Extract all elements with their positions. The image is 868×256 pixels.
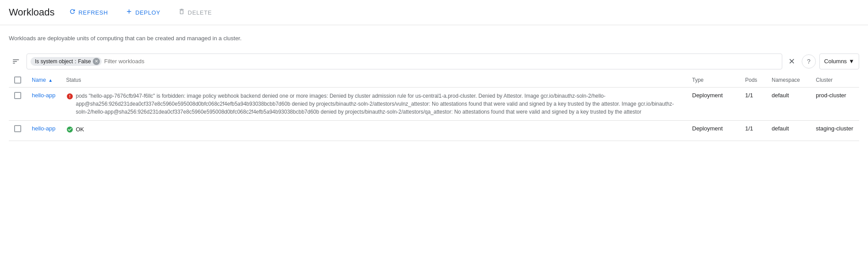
delete-icon xyxy=(178,8,185,17)
sort-arrow-icon: ▲ xyxy=(48,78,53,83)
row-pods-cell: 1/1 xyxy=(740,87,766,120)
filter-help-button[interactable]: ? xyxy=(802,54,816,69)
deploy-icon xyxy=(126,8,133,17)
th-pods: Pods xyxy=(740,73,766,88)
filter-options-button[interactable] xyxy=(9,54,23,69)
table-body: hello-apppods "hello-app-7676cfb947-f6ll… xyxy=(9,87,859,141)
table-row: hello-appOKDeployment1/1defaultstaging-c… xyxy=(9,120,859,141)
refresh-label: REFRESH xyxy=(79,9,108,16)
filter-bar: Is system object : False ✕ ✕ ? Columns ▼ xyxy=(0,50,868,73)
filter-chip-colon: : xyxy=(75,58,76,65)
refresh-icon xyxy=(69,8,76,17)
th-type: Type xyxy=(687,73,740,88)
refresh-button[interactable]: REFRESH xyxy=(65,5,112,19)
filter-chip-close-button[interactable]: ✕ xyxy=(93,58,100,65)
filter-chip: Is system object : False ✕ xyxy=(30,57,102,66)
delete-button: DELETE xyxy=(175,5,215,19)
filter-chip-label: Is system object xyxy=(35,58,73,65)
row-name-cell: hello-app xyxy=(27,87,61,120)
row-namespace-cell: default xyxy=(766,120,811,141)
columns-label: Columns xyxy=(824,58,847,65)
row-name-cell: hello-app xyxy=(27,120,61,141)
status-error-text: pods "hello-app-7676cfb947-f6llc" is for… xyxy=(76,92,682,116)
workloads-table: Name ▲ Status Type Pods Namespace Cluste… xyxy=(9,73,859,141)
ok-icon xyxy=(66,126,73,136)
page-header: Workloads REFRESH DEPLOY DELETE xyxy=(0,0,868,25)
row-status-cell: OK xyxy=(61,120,687,141)
row-pods-cell: 1/1 xyxy=(740,120,766,141)
deploy-button[interactable]: DEPLOY xyxy=(122,5,164,19)
th-namespace: Namespace xyxy=(766,73,811,88)
columns-chevron-icon: ▼ xyxy=(849,58,854,65)
workload-name-link[interactable]: hello-app xyxy=(32,125,56,132)
row-type-cell: Deployment xyxy=(687,120,740,141)
workloads-table-wrapper: Name ▲ Status Type Pods Namespace Cluste… xyxy=(0,73,868,141)
row-checkbox-cell xyxy=(9,87,27,120)
row-cluster-cell: staging-cluster xyxy=(811,120,859,141)
th-name[interactable]: Name ▲ xyxy=(27,73,61,88)
row-type-cell: Deployment xyxy=(687,87,740,120)
page-title: Workloads xyxy=(9,7,55,18)
th-checkbox xyxy=(9,73,27,88)
deploy-label: DEPLOY xyxy=(135,9,160,16)
th-cluster: Cluster xyxy=(811,73,859,88)
page-description: Workloads are deployable units of comput… xyxy=(0,25,256,50)
th-status: Status xyxy=(61,73,687,88)
table-header: Name ▲ Status Type Pods Namespace Cluste… xyxy=(9,73,859,88)
columns-button[interactable]: Columns ▼ xyxy=(819,53,859,69)
row-checkbox[interactable] xyxy=(14,92,21,99)
row-namespace-cell: default xyxy=(766,87,811,120)
row-cluster-cell: prod-cluster xyxy=(811,87,859,120)
filter-input-wrapper: Is system object : False ✕ xyxy=(27,53,782,69)
row-status-cell: pods "hello-app-7676cfb947-f6llc" is for… xyxy=(61,87,687,120)
select-all-checkbox[interactable] xyxy=(14,76,21,84)
status-ok-text: OK xyxy=(76,125,84,134)
row-checkbox[interactable] xyxy=(14,125,21,132)
error-icon xyxy=(66,92,73,103)
workload-name-link[interactable]: hello-app xyxy=(32,92,56,99)
delete-label: DELETE xyxy=(188,9,212,16)
table-row: hello-apppods "hello-app-7676cfb947-f6ll… xyxy=(9,87,859,120)
filter-text-input[interactable] xyxy=(104,58,778,65)
row-checkbox-cell xyxy=(9,120,27,141)
filter-chip-value: False xyxy=(78,58,91,65)
filter-clear-button[interactable]: ✕ xyxy=(786,55,798,68)
